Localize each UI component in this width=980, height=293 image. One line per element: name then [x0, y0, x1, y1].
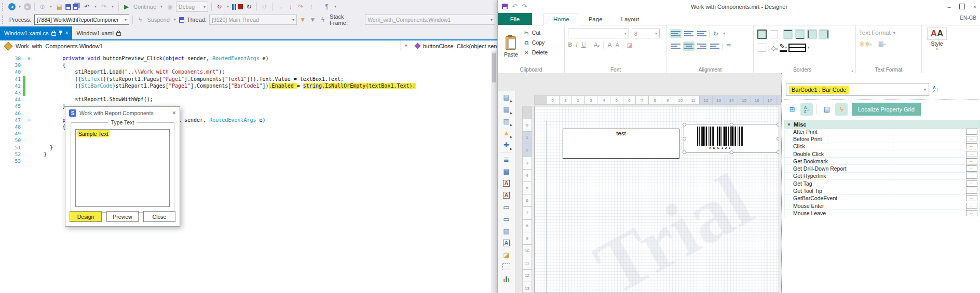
border-plain-icon[interactable] [757, 43, 767, 53]
new-window-dropdown[interactable]: ▾ [48, 3, 53, 11]
categorized-view-icon[interactable]: ⊞ [786, 103, 798, 116]
font-color-button[interactable]: A▾ [594, 41, 600, 49]
underline-button[interactable]: U [581, 41, 586, 49]
filter-flagged-icon[interactable]: ▼ [308, 16, 317, 24]
border-all-icon[interactable] [757, 29, 767, 39]
redo-icon[interactable]: ↷ [522, 3, 527, 10]
maximize-icon[interactable] [959, 4, 965, 9]
property-value[interactable] [893, 210, 964, 216]
dialog-close-icon[interactable]: × [172, 109, 176, 117]
threads-source-dropdown[interactable]: ▾ [333, 3, 338, 11]
thread-icon[interactable] [179, 17, 185, 23]
fold-marker[interactable]: ⊟ [25, 56, 33, 61]
new-window-icon[interactable]: ⊕ [38, 3, 47, 11]
paste-button[interactable]: Paste [501, 27, 521, 66]
show-next-statement-icon[interactable]: → [276, 3, 284, 11]
hot-reload-dropdown[interactable]: ▾ [225, 3, 230, 11]
apply-changes-icon[interactable]: ↺ [260, 3, 269, 11]
ellipsis-button[interactable]: ... [966, 136, 977, 142]
copy-button[interactable]: ⧉Copy [523, 38, 548, 47]
align-right-icon[interactable] [696, 41, 707, 51]
suspend-icon[interactable]: ϟ [136, 16, 144, 24]
rich-text-icon[interactable]: ▤ [498, 165, 515, 177]
text-in-cells-icon[interactable]: A [498, 177, 515, 189]
page-components-icon[interactable]: ▥▶ [498, 115, 515, 127]
align-left-icon[interactable] [670, 41, 682, 51]
ellipsis-button[interactable]: ... [966, 151, 977, 157]
close-icon[interactable]: × [973, 4, 976, 10]
ellipsis-button[interactable]: ... [966, 203, 977, 209]
italic-button[interactable]: I [576, 41, 578, 49]
alphabetical-view-icon[interactable]: AZ↓ [800, 103, 813, 116]
save-icon[interactable] [502, 4, 508, 9]
close-button[interactable]: Close [143, 211, 175, 222]
align-bottom-icon[interactable] [696, 29, 707, 38]
navigate-back-dropdown[interactable]: ▾ [17, 3, 22, 11]
properties-view-icon[interactable]: ▤ [821, 103, 833, 116]
undo-icon[interactable]: ↶ [512, 3, 518, 10]
redo-dropdown[interactable]: ▾ [110, 3, 115, 11]
property-row[interactable]: Get Hyperlink... [784, 173, 980, 180]
language-indicator[interactable]: EN-GB [960, 15, 976, 21]
rich-text-alt-icon[interactable]: A [498, 189, 515, 201]
ellipsis-button[interactable]: ... [966, 188, 977, 194]
pin-icon[interactable] [59, 31, 63, 35]
shrink-font-button[interactable]: A [616, 42, 619, 48]
code-line[interactable]: 42 ((StiBarCode)stiReport1.Pages["Page1"… [0, 82, 497, 89]
property-value[interactable] [893, 165, 964, 172]
property-row[interactable]: Before Print... [784, 135, 980, 143]
currency-format-icon[interactable]: ◉◉▾ [859, 40, 872, 47]
delete-button[interactable]: ×Delete [523, 48, 548, 57]
vertical-ruler[interactable]: 01234567891011121314 [522, 106, 532, 293]
component-selector-combo[interactable]: BarCode1 : Bar Code ▾ [786, 83, 929, 96]
report-page-canvas[interactable]: Trial test A B C 1 2 3 [534, 106, 779, 293]
scrollbar-thumb[interactable] [492, 53, 496, 82]
font-name-combo[interactable]: ▾ [568, 29, 629, 38]
code-line[interactable]: 43 [0, 89, 497, 96]
panel-alt-icon[interactable]: ▭ [498, 213, 515, 225]
ellipsis-button[interactable]: ... [966, 195, 977, 201]
border-right-icon[interactable] [819, 29, 829, 39]
stop-debugging-icon[interactable] [238, 4, 243, 9]
border-top-icon[interactable] [783, 29, 793, 39]
rotate-text-icon[interactable]: ↻ [711, 30, 720, 38]
chevron-down-icon[interactable]: ▼ [404, 44, 408, 48]
word-wrap-icon[interactable]: ≣ [724, 42, 733, 51]
clear-format-icon[interactable]: ◪ [627, 41, 633, 49]
code-line[interactable]: 38⊟ private void buttonPreview_Click(obj… [0, 55, 497, 62]
threads-source-icon[interactable]: ¶ [322, 3, 331, 11]
border-none-icon[interactable] [769, 29, 779, 39]
property-row[interactable]: Get Tool Tip... [784, 187, 980, 194]
code-line[interactable]: 39 { [0, 62, 497, 68]
cross-bands-icon[interactable]: ▦▶ [498, 103, 515, 115]
property-value[interactable] [893, 173, 964, 179]
save-all-icon[interactable] [73, 4, 78, 10]
debug-config-combo[interactable]: Debug▾ [176, 2, 208, 12]
text-format-button[interactable]: Text Format▾ [859, 27, 918, 36]
breakall-restart-icon[interactable]: ◉ [166, 3, 174, 11]
date-format-icon[interactable]: ▦▾ [878, 40, 886, 47]
save-icon[interactable] [65, 4, 71, 10]
property-value[interactable] [893, 128, 964, 135]
align-middle-icon[interactable] [683, 29, 695, 38]
fold-marker[interactable]: ⊟ [25, 118, 33, 122]
minimize-icon[interactable]: – [947, 4, 950, 10]
property-row[interactable]: Get Tag... [784, 180, 980, 187]
bands-icon[interactable]: ▤▶ [498, 91, 515, 103]
components-icon[interactable]: ✚▶ [498, 139, 515, 151]
tab-page[interactable]: Page [579, 13, 612, 25]
preview-button[interactable]: Preview [106, 211, 139, 222]
continue-dropdown[interactable]: ▾ [159, 3, 164, 11]
bold-button[interactable]: B [568, 41, 572, 49]
ellipsis-button[interactable]: ... [966, 165, 977, 172]
cut-button[interactable]: ✂Cut [523, 29, 548, 37]
barcode-component[interactable]: A B C 1 2 3 [684, 124, 779, 153]
localize-property-grid-button[interactable]: Localize Property Grid [852, 103, 921, 116]
step-into-icon[interactable]: ↓ [286, 3, 295, 11]
hot-reload-icon[interactable]: ↻ [215, 3, 224, 11]
continue-icon[interactable]: ▶ [122, 3, 131, 11]
property-value[interactable] [893, 158, 964, 164]
line-style-button[interactable] [788, 44, 806, 52]
property-row[interactable]: Mouse Leave... [784, 210, 980, 217]
property-row[interactable]: Double Click... [784, 150, 980, 158]
